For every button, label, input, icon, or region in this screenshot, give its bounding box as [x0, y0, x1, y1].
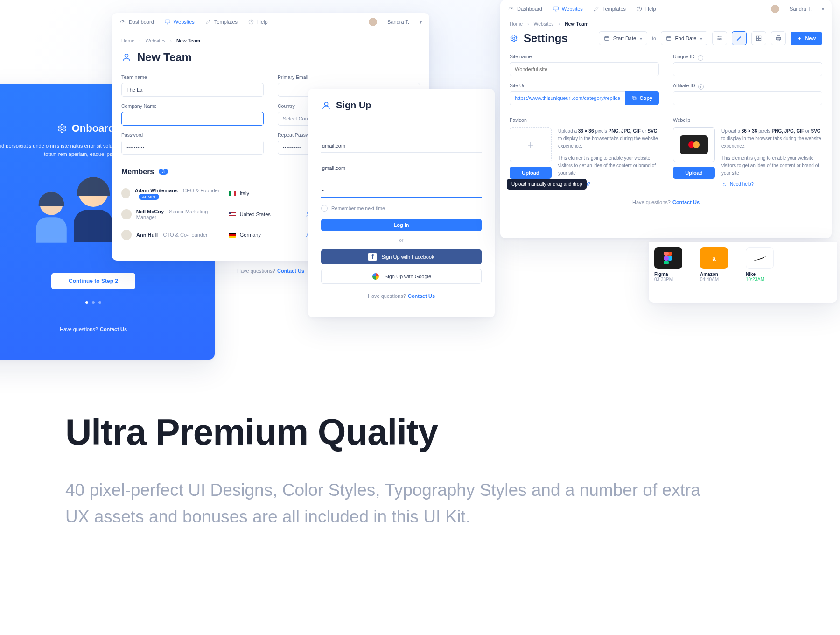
- copy-button[interactable]: Copy: [625, 91, 659, 105]
- user-avatar[interactable]: [369, 18, 377, 26]
- nav-templates[interactable]: Templates: [205, 19, 238, 25]
- hero-subtitle: 40 pixel-perfect UI Designs, Color Style…: [65, 477, 719, 530]
- edit-mode-button[interactable]: [732, 31, 747, 45]
- nav-help[interactable]: Help: [248, 19, 268, 25]
- member-name: Adam Whitemans: [135, 188, 178, 193]
- password-label: Password: [121, 132, 264, 138]
- integration-item[interactable]: a Amazon 04:40AM: [700, 247, 739, 282]
- svg-rect-12: [604, 37, 609, 41]
- primary-email-label: Primary Email: [278, 74, 420, 80]
- signup-footer: Have questions?Contact Us: [321, 293, 482, 299]
- step-dot[interactable]: [85, 301, 88, 304]
- site-name-input[interactable]: [510, 62, 659, 76]
- user-icon: [321, 100, 331, 111]
- avatar: [121, 209, 132, 219]
- gauge-icon: [119, 19, 126, 25]
- start-date-picker[interactable]: Start Date▾: [599, 31, 648, 45]
- svg-point-10: [639, 10, 640, 10]
- facebook-signup-button[interactable]: f Sign Up with Facebook: [321, 249, 482, 264]
- integration-item[interactable]: Nike 10:23AM: [746, 247, 785, 282]
- site-url-label: Site Url: [510, 83, 659, 88]
- user-name: Sandra T.: [387, 19, 409, 25]
- team-name-label: Team name: [121, 74, 264, 80]
- svg-point-15: [721, 38, 721, 39]
- breadcrumb-item[interactable]: Home: [121, 38, 134, 43]
- nav-websites[interactable]: Websites: [553, 6, 583, 12]
- members-count-badge: 3: [159, 169, 168, 175]
- svg-rect-25: [632, 96, 635, 99]
- team-name-input[interactable]: [121, 83, 264, 97]
- member-role: CTO & Co-Founder: [163, 232, 208, 238]
- figma-icon: [664, 252, 672, 264]
- unique-id-label: Unique ID: [673, 54, 695, 59]
- step-dot[interactable]: [98, 301, 101, 304]
- svg-point-0: [61, 127, 63, 130]
- google-icon: [371, 272, 380, 281]
- integration-time: 10:23AM: [746, 277, 785, 282]
- breadcrumb-item[interactable]: Websites: [534, 21, 554, 27]
- members-heading: Members: [121, 168, 154, 176]
- help-icon: [248, 19, 254, 25]
- user-avatar[interactable]: [771, 5, 779, 13]
- member-country: Germany: [240, 232, 261, 238]
- chevron-down-icon[interactable]: ▾: [822, 7, 824, 12]
- company-name-input[interactable]: [121, 112, 264, 126]
- chevron-down-icon[interactable]: ▾: [420, 20, 422, 25]
- nav-dashboard[interactable]: Dashboard: [119, 19, 154, 25]
- printer-icon: [775, 35, 782, 42]
- unique-id-input[interactable]: [673, 62, 822, 76]
- avatar: [121, 230, 132, 240]
- avatar: [121, 188, 130, 198]
- new-button[interactable]: ＋New: [791, 32, 822, 45]
- or-separator: or: [321, 238, 482, 243]
- gauge-icon: [508, 6, 514, 12]
- signup-confirm-email-input[interactable]: [321, 161, 482, 175]
- login-button[interactable]: Log In: [321, 219, 482, 231]
- step-dot[interactable]: [92, 301, 95, 304]
- info-icon[interactable]: i: [698, 55, 703, 61]
- user-name: Sandra T.: [790, 6, 812, 12]
- remember-checkbox[interactable]: [321, 205, 328, 212]
- grid-icon: [756, 35, 762, 42]
- contact-link[interactable]: Contact Us: [672, 199, 700, 205]
- nav-templates[interactable]: Templates: [593, 6, 626, 12]
- signup-email-input[interactable]: [321, 139, 482, 153]
- end-date-picker[interactable]: End Date▾: [661, 31, 708, 45]
- contact-link[interactable]: Contact Us: [100, 326, 127, 332]
- grid-view-button[interactable]: [751, 31, 766, 45]
- signup-panel: Sign Up Remember me next time Log In or …: [308, 89, 495, 318]
- password-input[interactable]: [121, 141, 264, 155]
- svg-point-14: [718, 36, 719, 37]
- nav-help[interactable]: Help: [636, 6, 656, 12]
- nav-dashboard[interactable]: Dashboard: [508, 6, 542, 12]
- flag-icon: [229, 233, 236, 238]
- breadcrumb-item[interactable]: Websites: [146, 38, 166, 43]
- sliders-icon: [716, 35, 723, 42]
- nav-websites[interactable]: Websites: [164, 19, 195, 25]
- svg-point-7: [324, 102, 328, 105]
- webclip-preview[interactable]: [673, 127, 715, 162]
- remember-label: Remember me next time: [331, 205, 385, 211]
- svg-point-4: [125, 54, 128, 57]
- svg-rect-13: [666, 37, 671, 41]
- contact-link[interactable]: Contact Us: [408, 293, 435, 299]
- signup-password-input[interactable]: [321, 183, 482, 198]
- integration-item[interactable]: Figma 03:33PM: [654, 247, 693, 282]
- integration-name: Nike: [746, 272, 785, 277]
- svg-rect-1: [165, 20, 170, 23]
- contact-link[interactable]: Contact Us: [277, 268, 304, 274]
- copy-icon: [631, 95, 637, 101]
- filter-button[interactable]: [712, 31, 727, 45]
- affiliate-id-input[interactable]: [673, 91, 822, 105]
- favicon-dropzone[interactable]: ＋: [510, 127, 552, 162]
- favicon-upload-button[interactable]: Upload: [510, 167, 552, 179]
- info-icon[interactable]: i: [698, 84, 704, 90]
- breadcrumb-item[interactable]: Home: [510, 21, 523, 27]
- member-country: United States: [240, 212, 271, 217]
- print-button[interactable]: [771, 31, 786, 45]
- site-url-input[interactable]: [510, 91, 625, 105]
- webclip-upload-button[interactable]: Upload: [673, 167, 715, 179]
- google-signup-button[interactable]: Sign Up with Google: [321, 269, 482, 284]
- need-help-link[interactable]: Need help?: [721, 181, 822, 188]
- top-nav: Dashboard Websites Templates Help Sandra…: [500, 0, 832, 18]
